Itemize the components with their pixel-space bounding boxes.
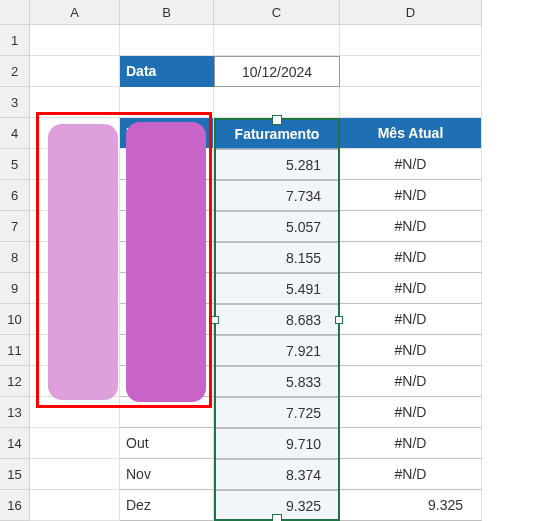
row-header[interactable]: 8	[0, 242, 30, 273]
data-label[interactable]: Data	[120, 56, 214, 87]
faturamento-cell[interactable]: 7.921	[214, 335, 340, 366]
table-header-faturamento[interactable]: Faturamento	[214, 118, 340, 149]
cell[interactable]	[120, 25, 214, 56]
row-header[interactable]: 9	[0, 273, 30, 304]
faturamento-cell[interactable]: 5.057	[214, 211, 340, 242]
row-header[interactable]: 3	[0, 87, 30, 118]
mes-atual-cell[interactable]: #N/D	[340, 397, 482, 428]
faturamento-cell[interactable]: 5.833	[214, 366, 340, 397]
faturamento-cell[interactable]: 8.155	[214, 242, 340, 273]
cell[interactable]	[30, 428, 120, 459]
row-header[interactable]: 15	[0, 459, 30, 490]
mes-atual-cell[interactable]: #N/D	[340, 459, 482, 490]
cell[interactable]	[214, 87, 340, 118]
mes-atual-cell[interactable]: #N/D	[340, 180, 482, 211]
cell[interactable]	[30, 56, 120, 87]
row-header[interactable]: 1	[0, 25, 30, 56]
mes-atual-cell[interactable]: #N/D	[340, 211, 482, 242]
cell[interactable]	[30, 459, 120, 490]
row-header[interactable]: 4	[0, 118, 30, 149]
cell[interactable]	[30, 25, 120, 56]
faturamento-cell[interactable]: 8.683	[214, 304, 340, 335]
row-header[interactable]: 13	[0, 397, 30, 428]
spreadsheet-grid[interactable]: A B C D 1 2 Data 10/12/2024 3 4	[0, 0, 548, 521]
row-header[interactable]: 16	[0, 490, 30, 521]
row-header[interactable]: 2	[0, 56, 30, 87]
mes-atual-cell[interactable]: #N/D	[340, 149, 482, 180]
cell[interactable]	[340, 56, 482, 87]
faturamento-cell[interactable]: 7.725	[214, 397, 340, 428]
shape-rounded-rect-light[interactable]	[48, 124, 118, 400]
faturamento-cell[interactable]: 9.710	[214, 428, 340, 459]
column-headers: A B C D	[0, 0, 548, 25]
col-header-B[interactable]: B	[120, 0, 214, 25]
date-cell[interactable]: 10/12/2024	[214, 56, 340, 87]
row-header[interactable]: 10	[0, 304, 30, 335]
col-header-D[interactable]: D	[340, 0, 482, 25]
cell[interactable]	[30, 87, 120, 118]
cell[interactable]	[340, 87, 482, 118]
cell[interactable]	[30, 490, 120, 521]
cell[interactable]	[340, 25, 482, 56]
mes-atual-cell[interactable]: #N/D	[340, 273, 482, 304]
mes-atual-cell[interactable]: #N/D	[340, 428, 482, 459]
row-header[interactable]: 7	[0, 211, 30, 242]
faturamento-cell[interactable]: 7.734	[214, 180, 340, 211]
mes-cell[interactable]: Out	[120, 428, 214, 459]
row-header[interactable]: 11	[0, 335, 30, 366]
row-header[interactable]: 12	[0, 366, 30, 397]
select-all-corner[interactable]	[0, 0, 30, 25]
faturamento-cell[interactable]: 5.491	[214, 273, 340, 304]
faturamento-cell[interactable]: 8.374	[214, 459, 340, 490]
shape-rounded-rect-dark[interactable]	[126, 122, 206, 402]
col-header-C[interactable]: C	[214, 0, 340, 25]
cell[interactable]	[120, 87, 214, 118]
cell[interactable]	[30, 397, 120, 428]
table-header-mes-atual[interactable]: Mês Atual	[340, 118, 482, 149]
mes-cell[interactable]: Nov	[120, 459, 214, 490]
mes-atual-cell[interactable]: #N/D	[340, 366, 482, 397]
faturamento-cell[interactable]: 5.281	[214, 149, 340, 180]
mes-cell[interactable]: Dez	[120, 490, 214, 521]
mes-atual-cell[interactable]: #N/D	[340, 242, 482, 273]
col-header-A[interactable]: A	[30, 0, 120, 25]
row-header[interactable]: 6	[0, 180, 30, 211]
mes-atual-cell[interactable]: #N/D	[340, 335, 482, 366]
row-header[interactable]: 5	[0, 149, 30, 180]
mes-atual-cell[interactable]: #N/D	[340, 304, 482, 335]
mes-atual-cell[interactable]: 9.325	[340, 490, 482, 521]
cell[interactable]	[214, 25, 340, 56]
faturamento-cell[interactable]: 9.325	[214, 490, 340, 521]
row-header[interactable]: 14	[0, 428, 30, 459]
